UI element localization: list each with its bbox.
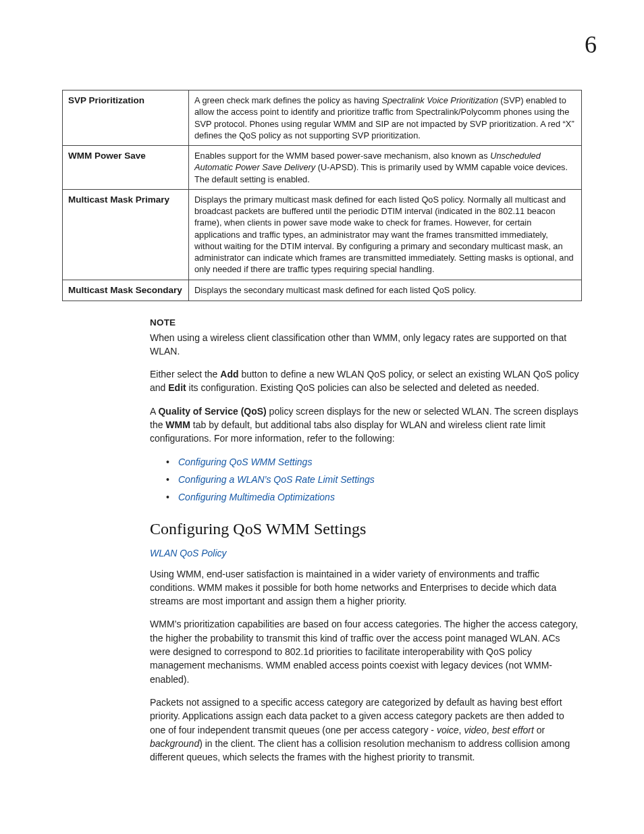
body-content: NOTE When using a wireless client classi… [150,316,582,764]
xref-link[interactable]: WLAN QoS Policy [150,548,227,558]
text: tab by default, but additional tabs also… [150,419,545,444]
def-text: A green check mark defines the policy as… [194,95,381,105]
xref-link[interactable]: Configuring a WLAN’s QoS Rate Limit Sett… [178,474,375,485]
definition-cell: Displays the secondary multicast mask de… [189,280,582,301]
term-cell: Multicast Mask Primary [63,189,189,280]
def-text: Displays the primary multicast mask defi… [194,194,574,275]
italic-text: video [464,725,486,735]
term-cell: WMM Power Save [63,146,189,190]
section-heading: Configuring QoS WMM Settings [150,517,582,541]
text: ) in the client. The client has a collis… [150,738,570,762]
paragraph: Packets not assigned to a specific acces… [150,696,582,764]
def-text: Displays the secondary multicast mask de… [194,285,476,295]
text: A [150,406,158,417]
term-cell: SVP Prioritization [63,90,189,146]
xref-link[interactable]: Configuring QoS WMM Settings [178,457,312,467]
chapter-number: 6 [585,30,597,59]
table-row: SVP Prioritization A green check mark de… [63,90,582,146]
xref-link[interactable]: Configuring Multimedia Optimizations [178,492,335,502]
list-item: Configuring a WLAN’s QoS Rate Limit Sett… [178,473,582,486]
definition-cell: Enables support for the WMM based power-… [189,146,582,190]
italic-text: voice [437,725,459,735]
paragraph: Using WMM, end-user satisfaction is main… [150,567,582,608]
list-item: Configuring Multimedia Optimizations [178,490,582,504]
text: or [534,725,545,735]
bold-text: Quality of Service (QoS) [158,406,266,417]
def-text: Enables support for the WMM based power-… [194,151,490,161]
bold-text: WMM [165,419,190,430]
page: 6 SVP Prioritization A green check mark … [0,0,644,834]
table-row: Multicast Mask Primary Displays the prim… [63,189,582,280]
paragraph: Either select the Add button to define a… [150,367,582,395]
note-body: When using a wireless client classificat… [150,331,582,359]
definitions-table: SVP Prioritization A green check mark de… [62,90,582,301]
bold-text: Edit [168,382,186,393]
paragraph: A Quality of Service (QoS) policy screen… [150,405,582,446]
italic-text: background [150,738,199,749]
bold-text: Add [220,369,238,380]
text: Either select the [150,369,220,380]
table-row: WMM Power Save Enables support for the W… [63,146,582,190]
note-heading: NOTE [150,316,582,330]
def-emph: Spectralink Voice Prioritization [381,95,498,105]
italic-text: best effort [492,725,534,735]
definition-cell: A green check mark defines the policy as… [189,90,582,146]
paragraph: WMM’s prioritization capabilities are ba… [150,617,582,685]
text: its configuration. Existing QoS policies… [186,382,539,393]
xref-list: Configuring QoS WMM Settings Configuring… [150,455,582,504]
table-row: Multicast Mask Secondary Displays the se… [63,280,582,301]
breadcrumb-link: WLAN QoS Policy [150,546,582,560]
list-item: Configuring QoS WMM Settings [178,455,582,469]
text: , [487,725,492,735]
term-cell: Multicast Mask Secondary [63,280,189,301]
definition-cell: Displays the primary multicast mask defi… [189,189,582,280]
